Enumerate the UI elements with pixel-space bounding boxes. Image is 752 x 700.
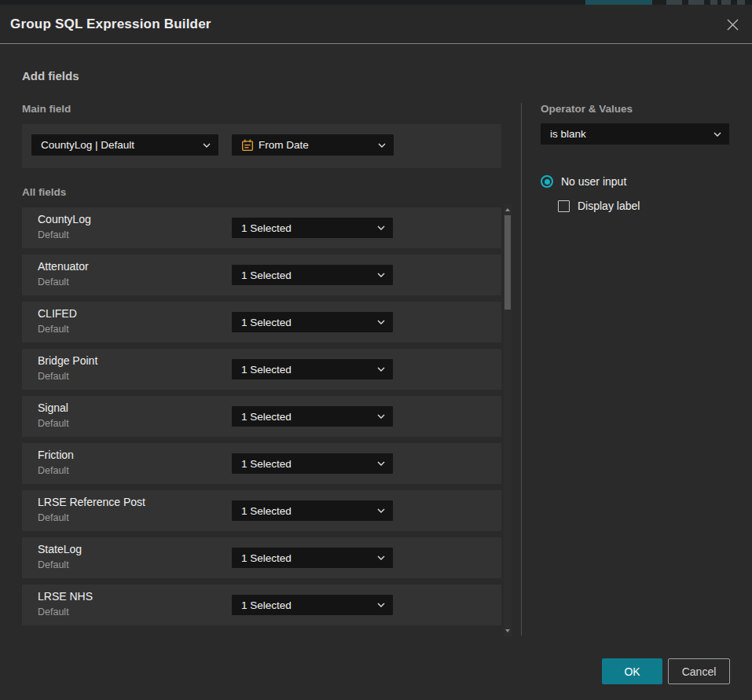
field-selected-dropdown[interactable]: 1 Selected	[232, 453, 393, 474]
chevron-down-icon	[377, 320, 385, 324]
dialog-title: Group SQL Expression Builder	[10, 16, 211, 32]
chevron-down-icon	[377, 225, 385, 230]
selected-count: 1 Selected	[241, 505, 371, 517]
close-icon	[726, 18, 739, 31]
all-fields-label: All fields	[22, 186, 66, 198]
field-row-signal: Signal Default 1 Selected	[22, 396, 501, 437]
close-button[interactable]	[722, 14, 743, 35]
selected-count: 1 Selected	[241, 599, 371, 611]
field-detail: Default	[38, 512, 69, 523]
field-row-clifed: CLIFED Default 1 Selected	[22, 302, 501, 343]
field-name: CLIFED	[38, 307, 77, 320]
chevron-down-icon	[377, 273, 385, 277]
checkbox-unchecked-icon	[558, 200, 570, 212]
chevron-down-icon	[377, 555, 385, 560]
field-row-bridge-point: Bridge Point Default 1 Selected	[22, 349, 501, 390]
field-row-friction: Friction Default 1 Selected	[22, 443, 501, 484]
selected-count: 1 Selected	[241, 364, 371, 376]
scrollbar-thumb[interactable]	[504, 215, 511, 310]
field-detail: Default	[38, 324, 69, 335]
operator-select[interactable]: is blank	[541, 123, 729, 145]
radio-label: No user input	[561, 175, 626, 188]
chevron-down-icon	[377, 461, 385, 466]
field-selected-dropdown[interactable]: 1 Selected	[232, 595, 393, 615]
field-selected-dropdown[interactable]: 1 Selected	[232, 548, 393, 568]
cancel-button[interactable]: Cancel	[668, 658, 730, 684]
scroll-down-arrow-icon[interactable]	[505, 629, 510, 632]
layer-select[interactable]: CountyLog | Default	[31, 134, 218, 156]
main-field-select[interactable]: From Date	[232, 134, 394, 156]
field-selected-dropdown[interactable]: 1 Selected	[232, 359, 393, 379]
chevron-down-icon	[377, 508, 385, 513]
field-detail: Default	[38, 229, 69, 240]
selected-count: 1 Selected	[241, 222, 371, 234]
ok-button[interactable]: OK	[602, 658, 662, 684]
field-name: Friction	[38, 449, 74, 461]
field-row-countylog: CountyLog Default 1 Selected	[22, 207, 501, 248]
field-detail: Default	[38, 465, 69, 476]
operator-values-label: Operator & Values	[541, 103, 633, 115]
field-row-attenuator: Attenuator Default 1 Selected	[22, 255, 501, 295]
field-selected-dropdown[interactable]: 1 Selected	[232, 500, 393, 521]
field-name: Bridge Point	[38, 354, 97, 367]
selected-count: 1 Selected	[241, 552, 371, 564]
selected-count: 1 Selected	[241, 458, 371, 470]
chevron-down-icon	[377, 603, 385, 607]
field-selected-dropdown[interactable]: 1 Selected	[232, 406, 393, 427]
field-name: StateLog	[38, 543, 82, 555]
radio-selected-icon	[541, 175, 553, 188]
field-detail: Default	[38, 418, 69, 429]
display-label-checkbox[interactable]: Display label	[558, 200, 640, 212]
layer-select-value: CountyLog | Default	[41, 139, 196, 151]
field-selected-dropdown[interactable]: 1 Selected	[232, 312, 393, 332]
main-field-select-value: From Date	[259, 139, 372, 151]
field-selected-dropdown[interactable]: 1 Selected	[232, 265, 393, 285]
field-detail: Default	[38, 607, 69, 618]
field-name: Signal	[38, 401, 68, 414]
field-name: LRSE Reference Post	[38, 496, 145, 508]
field-detail: Default	[38, 277, 69, 288]
add-fields-heading: Add fields	[22, 69, 79, 82]
field-name: Attenuator	[38, 260, 89, 273]
field-row-lrse-reference-post: LRSE Reference Post Default 1 Selected	[22, 490, 501, 531]
group-sql-expression-builder-dialog: Group SQL Expression Builder Add fields …	[0, 5, 752, 700]
field-name: LRSE NHS	[38, 590, 93, 603]
checkbox-label: Display label	[578, 200, 640, 212]
selected-count: 1 Selected	[241, 411, 371, 423]
operator-select-value: is blank	[550, 128, 707, 140]
calendar-icon	[241, 139, 254, 152]
no-user-input-radio[interactable]: No user input	[541, 175, 626, 188]
field-detail: Default	[38, 371, 69, 382]
dialog-header: Group SQL Expression Builder	[0, 5, 752, 44]
scroll-up-arrow-icon[interactable]	[505, 208, 510, 211]
selected-count: 1 Selected	[241, 317, 371, 328]
chevron-down-icon	[377, 367, 385, 372]
chevron-down-icon	[378, 143, 386, 148]
main-field-label: Main field	[22, 103, 71, 115]
field-row-lrse-nhs: LRSE NHS Default 1 Selected	[22, 585, 501, 625]
chevron-down-icon	[377, 414, 385, 419]
field-name: CountyLog	[38, 213, 91, 225]
list-scrollbar[interactable]	[504, 204, 512, 636]
field-detail: Default	[38, 559, 69, 570]
selected-count: 1 Selected	[241, 269, 371, 281]
panel-divider	[521, 103, 522, 636]
field-selected-dropdown[interactable]: 1 Selected	[232, 218, 393, 238]
chevron-down-icon	[713, 132, 721, 137]
chevron-down-icon	[203, 143, 211, 148]
field-row-statelog: StateLog Default 1 Selected	[22, 537, 501, 578]
